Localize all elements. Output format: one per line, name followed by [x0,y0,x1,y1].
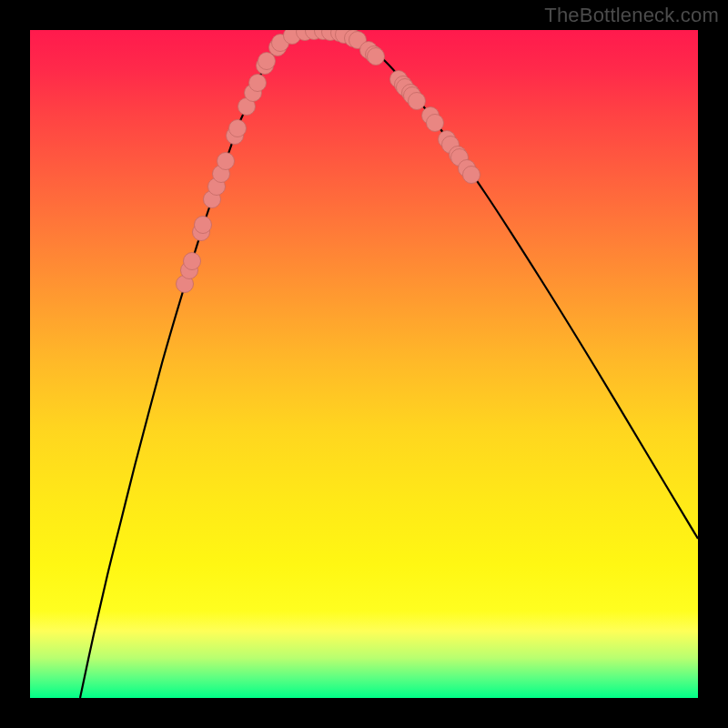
chart-svg [30,30,698,698]
data-dot [409,93,426,110]
data-dot [217,153,235,170]
bottleneck-curve [80,30,698,698]
data-dot [368,48,385,66]
data-dot [258,53,276,70]
data-dot [229,120,247,137]
plot-area [30,30,698,698]
data-dot [463,167,480,184]
data-dot [249,75,267,92]
watermark-text: TheBottleneck.com [544,4,719,27]
chart-frame: TheBottleneck.com [0,0,728,728]
data-dot [184,253,201,270]
data-dot [427,115,444,132]
data-dots [177,30,480,293]
data-dot [195,217,212,234]
